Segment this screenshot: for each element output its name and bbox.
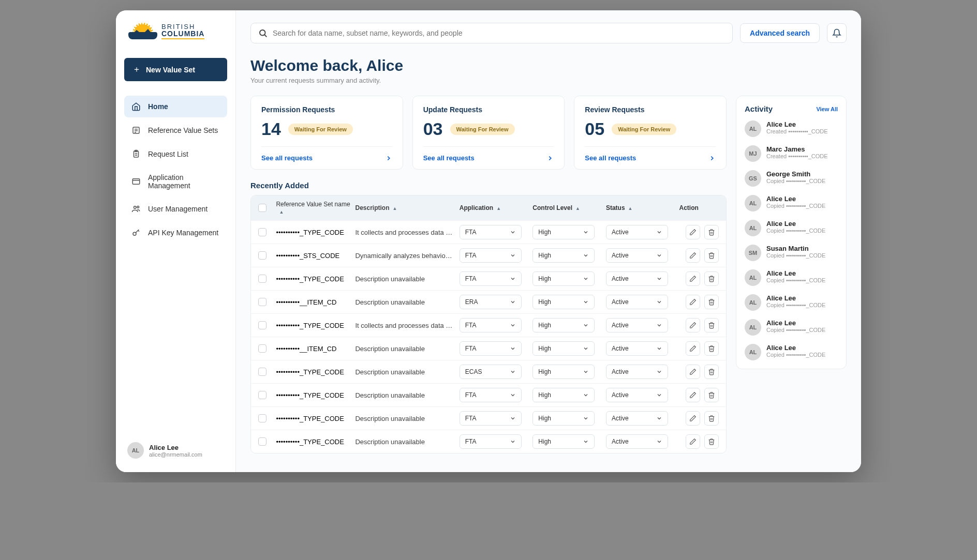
edit-button[interactable] bbox=[686, 225, 700, 239]
status-select[interactable]: Active bbox=[606, 225, 668, 239]
delete-button[interactable] bbox=[704, 434, 719, 449]
control-level-select[interactable]: High bbox=[532, 341, 595, 356]
status-select[interactable]: Active bbox=[606, 295, 668, 309]
control-level-select[interactable]: High bbox=[532, 271, 595, 286]
avatar: AL bbox=[127, 442, 144, 459]
status-select[interactable]: Active bbox=[606, 411, 668, 426]
control-level-select[interactable]: High bbox=[532, 365, 595, 379]
user-footer[interactable]: AL Alice Lee alice@nrmemail.com bbox=[124, 437, 227, 464]
application-select[interactable]: ECAS bbox=[460, 365, 522, 379]
delete-button[interactable] bbox=[704, 388, 719, 402]
search-box[interactable] bbox=[250, 23, 733, 43]
see-all-requests-link[interactable]: See all requests bbox=[423, 146, 554, 169]
application-select[interactable]: FTA bbox=[460, 341, 522, 356]
delete-button[interactable] bbox=[704, 318, 719, 332]
activity-item[interactable]: ALAlice LeeCopied ••••••••••_CODE bbox=[745, 344, 838, 360]
notifications-button[interactable] bbox=[827, 23, 847, 43]
row-checkbox[interactable] bbox=[258, 251, 267, 260]
row-checkbox[interactable] bbox=[258, 414, 267, 422]
sidebar-item-reference-value-sets[interactable]: Reference Value Sets bbox=[124, 119, 227, 141]
see-all-requests-link[interactable]: See all requests bbox=[585, 146, 716, 169]
advanced-search-button[interactable]: Advanced search bbox=[740, 23, 820, 43]
control-level-select[interactable]: High bbox=[532, 295, 595, 309]
status-select[interactable]: Active bbox=[606, 318, 668, 332]
application-select[interactable]: FTA bbox=[460, 248, 522, 263]
row-checkbox[interactable] bbox=[258, 298, 267, 306]
col-header-app[interactable]: Application▲ bbox=[460, 204, 533, 211]
edit-button[interactable] bbox=[686, 388, 700, 402]
control-level-select[interactable]: High bbox=[532, 411, 595, 426]
view-all-link[interactable]: View All bbox=[816, 106, 838, 112]
row-checkbox[interactable] bbox=[258, 275, 267, 283]
status-select[interactable]: Active bbox=[606, 434, 668, 449]
row-checkbox[interactable] bbox=[258, 321, 267, 329]
activity-item[interactable]: ALAlice LeeCopied ••••••••••_CODE bbox=[745, 319, 838, 336]
status-select[interactable]: Active bbox=[606, 365, 668, 379]
col-header-name[interactable]: Reference Value Set name▲ bbox=[276, 201, 355, 215]
edit-button[interactable] bbox=[686, 411, 700, 426]
delete-button[interactable] bbox=[704, 341, 719, 356]
col-header-status[interactable]: Status▲ bbox=[606, 204, 679, 211]
activity-item[interactable]: SMSusan MartinCopied ••••••••••_CODE bbox=[745, 245, 838, 261]
trash-icon bbox=[708, 229, 715, 236]
control-level-select[interactable]: High bbox=[532, 388, 595, 402]
activity-item[interactable]: GSGeorge SmithCopied ••••••••••_CODE bbox=[745, 170, 838, 187]
row-checkbox[interactable] bbox=[258, 437, 267, 446]
search-input[interactable] bbox=[273, 29, 725, 37]
application-select[interactable]: FTA bbox=[460, 271, 522, 286]
edit-button[interactable] bbox=[686, 271, 700, 286]
col-header-desc[interactable]: Description▲ bbox=[355, 204, 459, 211]
delete-button[interactable] bbox=[704, 365, 719, 379]
edit-button[interactable] bbox=[686, 248, 700, 263]
sidebar-item-user-management[interactable]: User Management bbox=[124, 198, 227, 220]
col-header-ctrl[interactable]: Control Level▲ bbox=[532, 204, 606, 211]
sidebar-item-request-list[interactable]: Request List bbox=[124, 143, 227, 165]
application-select[interactable]: FTA bbox=[460, 434, 522, 449]
activity-item[interactable]: ALAlice LeeCreated ••••••••••_CODE bbox=[745, 120, 838, 137]
activity-item[interactable]: ALAlice LeeCopied ••••••••••_CODE bbox=[745, 220, 838, 236]
delete-button[interactable] bbox=[704, 225, 719, 239]
application-select[interactable]: FTA bbox=[460, 225, 522, 239]
row-checkbox[interactable] bbox=[258, 391, 267, 399]
control-level-select[interactable]: High bbox=[532, 318, 595, 332]
delete-button[interactable] bbox=[704, 295, 719, 309]
application-select[interactable]: ERA bbox=[460, 295, 522, 309]
activity-item[interactable]: ALAlice LeeCopied ••••••••••_CODE bbox=[745, 294, 838, 311]
row-checkbox[interactable] bbox=[258, 344, 267, 353]
activity-item[interactable]: ALAlice LeeCopied ••••••••••_CODE bbox=[745, 269, 838, 286]
chevron-down-icon bbox=[656, 322, 662, 328]
edit-button[interactable] bbox=[686, 341, 700, 356]
see-all-requests-link[interactable]: See all requests bbox=[261, 146, 392, 169]
sidebar-item-application-management[interactable]: Application Management bbox=[124, 167, 227, 196]
status-select[interactable]: Active bbox=[606, 341, 668, 356]
sidebar-item-home[interactable]: Home bbox=[124, 96, 227, 117]
activity-item[interactable]: ALAlice LeeCopied ••••••••••_CODE bbox=[745, 195, 838, 211]
sidebar-item-api-key-management[interactable]: API Key Management bbox=[124, 222, 227, 244]
control-level-select[interactable]: High bbox=[532, 434, 595, 449]
control-level-select[interactable]: High bbox=[532, 248, 595, 263]
row-checkbox[interactable] bbox=[258, 228, 267, 236]
pencil-icon bbox=[689, 322, 697, 329]
status-select[interactable]: Active bbox=[606, 388, 668, 402]
application-select[interactable]: FTA bbox=[460, 388, 522, 402]
delete-button[interactable] bbox=[704, 411, 719, 426]
select-all-checkbox[interactable] bbox=[258, 204, 267, 212]
chevron-down-icon bbox=[656, 252, 662, 259]
pencil-icon bbox=[689, 275, 697, 282]
status-select[interactable]: Active bbox=[606, 271, 668, 286]
new-value-set-button[interactable]: ＋ New Value Set bbox=[124, 58, 227, 81]
delete-button[interactable] bbox=[704, 271, 719, 286]
control-level-select[interactable]: High bbox=[532, 225, 595, 239]
edit-button[interactable] bbox=[686, 318, 700, 332]
application-select[interactable]: FTA bbox=[460, 411, 522, 426]
status-select[interactable]: Active bbox=[606, 248, 668, 263]
application-select[interactable]: FTA bbox=[460, 318, 522, 332]
trash-icon bbox=[708, 438, 715, 445]
row-checkbox[interactable] bbox=[258, 368, 267, 376]
delete-button[interactable] bbox=[704, 248, 719, 263]
edit-button[interactable] bbox=[686, 434, 700, 449]
activity-item[interactable]: MJMarc JamesCreated ••••••••••_CODE bbox=[745, 145, 838, 162]
edit-button[interactable] bbox=[686, 295, 700, 309]
activity-user-name: Alice Lee bbox=[766, 319, 825, 327]
edit-button[interactable] bbox=[686, 365, 700, 379]
